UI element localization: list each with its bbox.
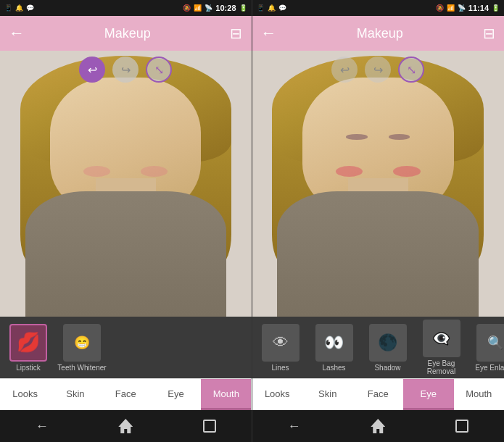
eye-lashes-icon: 👀 [324, 333, 344, 352]
eye-bag-icon: 👁‍🗨 [432, 330, 450, 347]
left-nav-bar: ← [0, 410, 252, 442]
left-nav-recents[interactable] [197, 416, 223, 436]
right-status-right: 🔕 📶 📡 11:14 🔋 [436, 4, 500, 12]
right-time: 11:14 [468, 4, 489, 12]
left-nav-home[interactable] [112, 416, 139, 436]
left-cheek-l [83, 166, 110, 177]
right-phone-panel: 📱 🔔 💬 🔕 📶 📡 11:14 🔋 ← Makeup ⊟ [252, 0, 505, 442]
right-thumb-shadow[interactable]: 🌑 Shadow [363, 324, 413, 372]
left-tab-eye[interactable]: Eye [151, 379, 201, 410]
right-signal-icon: 📡 [458, 4, 466, 12]
right-thumbnail-strip: 👁 Lines 👀 Lashes 🌑 Shadow 👁‍🗨 Eye Bag Re… [252, 317, 505, 378]
right-mute-icon: 🔕 [436, 4, 444, 12]
right-eyeenlarge-icon-box: 🔍 [476, 324, 505, 362]
right-thumb-lines[interactable]: 👁 Lines [255, 324, 306, 372]
battery-icon-left: 🔋 [239, 4, 247, 12]
left-nav-back[interactable]: ← [29, 416, 55, 436]
left-header-title: Makeup [104, 26, 151, 41]
right-back-button[interactable]: ← [261, 24, 277, 43]
right-nav-bar: ← [252, 410, 505, 442]
lips-icon: 💋 [17, 331, 40, 354]
right-cheek-r [393, 166, 421, 177]
right-lashes-icon-box: 👀 [315, 324, 353, 362]
right-redo-button[interactable]: ↪ [365, 57, 391, 83]
right-tab-face[interactable]: Face [353, 379, 404, 410]
right-crop-button[interactable]: ⤡ [398, 57, 424, 83]
left-recents-icon [203, 420, 216, 433]
right-thumb-eyeenlarge[interactable]: 🔍 Eye Enlarge [470, 324, 505, 372]
right-home-icon [371, 419, 385, 433]
left-redo-button[interactable]: ↪ [112, 57, 139, 83]
right-shadow-label: Shadow [374, 364, 400, 372]
left-lipstick-icon-box: 💋 [9, 324, 47, 362]
left-status-right: 🔕 📶 📡 10:28 🔋 [183, 4, 247, 12]
left-tab-skin[interactable]: Skin [50, 379, 100, 410]
mute-icon: 🔕 [183, 4, 191, 12]
right-category-tabs: Looks Skin Face Eye Mouth [252, 378, 505, 410]
right-wifi-icon: 📶 [447, 4, 455, 12]
right-body [277, 191, 479, 317]
eye-lines-icon: 👁 [273, 333, 289, 352]
left-tab-looks[interactable]: Looks [0, 379, 50, 410]
left-category-tabs: Looks Skin Face Eye Mouth [0, 378, 252, 410]
wifi-icon-left: 📶 [194, 4, 202, 12]
right-lashes-label: Lashes [322, 364, 345, 372]
right-shadow-icon-box: 🌑 [369, 324, 407, 362]
whatsapp-icon: 📱 [4, 4, 12, 12]
right-nav-home[interactable] [365, 416, 391, 436]
right-eye-l-shadow [346, 134, 367, 140]
left-tab-mouth[interactable]: Mouth [201, 379, 251, 410]
left-teeth-icon-box: 😁 [63, 324, 101, 362]
left-thumb-lipstick[interactable]: 💋 Lipstick [3, 324, 54, 372]
eye-enlarge-icon: 🔍 [487, 335, 503, 351]
right-thumb-eyebag[interactable]: 👁‍🗨 Eye Bag Removal [416, 320, 467, 375]
right-eyeenlarge-label: Eye Enlarge [475, 364, 504, 372]
right-lines-label: Lines [272, 364, 289, 372]
right-face-container [252, 51, 505, 317]
right-photo-controls: ↩ ↪ ⤡ [331, 57, 424, 83]
right-whatsapp-icon: 📱 [257, 4, 265, 12]
right-tab-looks[interactable]: Looks [252, 379, 303, 410]
right-status-icons: 📱 🔔 💬 [257, 4, 286, 12]
right-notif-icon: 🔔 [268, 4, 276, 12]
left-status-bar: 📱 🔔 💬 🔕 📶 📡 10:28 🔋 [0, 0, 252, 16]
right-cheek-l [336, 166, 363, 177]
teeth-icon: 😁 [74, 335, 90, 351]
right-tab-eye[interactable]: Eye [403, 379, 454, 410]
left-undo-button[interactable]: ↩ [79, 57, 105, 83]
signal-icon-left: 📡 [205, 4, 212, 12]
left-face-container [0, 51, 252, 317]
left-body [25, 191, 226, 317]
right-save-button[interactable]: ⊟ [483, 25, 495, 42]
right-thumb-lashes[interactable]: 👀 Lashes [309, 324, 360, 372]
right-recents-icon [455, 420, 468, 433]
right-undo-button[interactable]: ↩ [331, 57, 358, 83]
right-battery-icon: 🔋 [492, 4, 500, 12]
left-back-button[interactable]: ← [9, 24, 25, 43]
left-time: 10:28 [215, 4, 236, 12]
right-eyebag-label: Eye Bag Removal [416, 359, 467, 375]
right-tab-mouth[interactable]: Mouth [454, 379, 505, 410]
left-status-icons: 📱 🔔 💬 [4, 4, 34, 12]
right-chat-icon: 💬 [278, 4, 286, 12]
left-thumbnail-strip: 💋 Lipstick 😁 Teeth Whitener [0, 317, 252, 378]
left-cheek-r [141, 166, 168, 177]
left-app-header: ← Makeup ⊟ [0, 16, 252, 51]
right-app-header: ← Makeup ⊟ [252, 16, 505, 51]
right-nav-recents[interactable] [449, 416, 475, 436]
right-nav-back[interactable]: ← [281, 416, 307, 436]
right-eyebag-icon-box: 👁‍🗨 [423, 320, 460, 357]
chat-icon: 💬 [26, 4, 34, 12]
eye-shadow-icon: 🌑 [378, 333, 397, 352]
right-tab-skin[interactable]: Skin [302, 379, 353, 410]
right-status-bar: 📱 🔔 💬 🔕 📶 📡 11:14 🔋 [252, 0, 505, 16]
notif-icon: 🔔 [15, 4, 23, 12]
left-save-button[interactable]: ⊟ [230, 25, 242, 42]
left-home-icon [118, 419, 133, 433]
left-crop-button[interactable]: ⤡ [146, 57, 172, 83]
left-thumb-teeth[interactable]: 😁 Teeth Whitener [57, 324, 107, 372]
left-phone-panel: 📱 🔔 💬 🔕 📶 📡 10:28 🔋 ← Makeup ⊟ [0, 0, 252, 442]
left-tab-face[interactable]: Face [101, 379, 151, 410]
left-photo-area: ↩ ↪ ⤡ [0, 51, 252, 317]
right-header-title: Makeup [357, 26, 403, 41]
